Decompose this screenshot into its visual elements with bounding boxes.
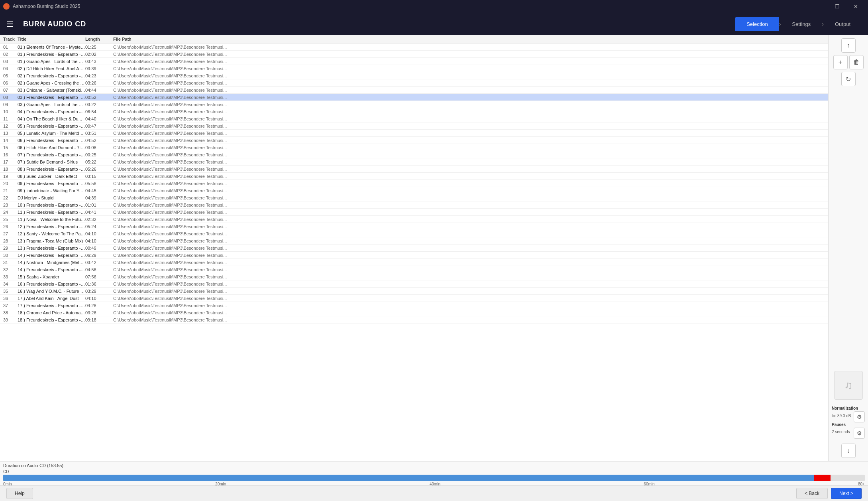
delete-button[interactable]: 🗑 [849, 55, 864, 69]
track-path: C:\Users\obo\Music\Testmusik\MP3\Besonde… [113, 267, 825, 272]
table-row[interactable]: 13 05.) Lunatic Asylum - The Meltdown 03… [0, 130, 828, 137]
track-num: 36 [3, 296, 18, 301]
table-row[interactable]: 21 09.) Indoctrinate - Waiting For You (… [0, 187, 828, 194]
progress-overflow [814, 475, 831, 481]
tab-settings[interactable]: Settings [781, 17, 822, 31]
track-num: 01 [3, 45, 18, 49]
table-row[interactable]: 03 01.) Guano Apes - Lords of the boards… [0, 58, 828, 65]
track-length: 06:29 [85, 253, 113, 258]
table-row[interactable]: 01 01.) Elements Of Trance - Mystery Tra… [0, 43, 828, 51]
table-row[interactable]: 14 06.) Freundeskreis - Esperanto - Tabu… [0, 137, 828, 144]
track-length: 01:01 [85, 203, 113, 207]
table-row[interactable]: 11 04.) On The Beach (Hiker & Du... 04:4… [0, 115, 828, 122]
table-row[interactable]: 37 17.) Freundeskreis - Esperanto - Nebe… [0, 302, 828, 309]
table-row[interactable]: 08 03.) Freundeskreis - Esperanto - FK S… [0, 94, 828, 101]
next-button[interactable]: Next > [831, 488, 862, 499]
table-row[interactable]: 33 15.) Sasha - Xpander 07:56 C:\Users\o… [0, 273, 828, 280]
track-num: 32 [3, 267, 18, 272]
table-row[interactable]: 16 07.) Freundeskreis - Esperanto - Hit … [0, 151, 828, 158]
track-path: C:\Users\obo\Music\Testmusik\MP3\Besonde… [113, 174, 825, 179]
move-down-button[interactable]: ↓ [841, 444, 856, 458]
track-num: 13 [3, 131, 18, 136]
track-length: 03:26 [85, 310, 113, 315]
track-title: 11.) Nova - Welcome to the Future (X... [18, 217, 85, 222]
track-length: 05:58 [85, 181, 113, 186]
track-length: 00:47 [85, 124, 113, 128]
track-title: 06.) Freundeskreis - Esperanto - Tabu... [18, 138, 85, 143]
table-row[interactable]: 10 04.) Freundeskreis - Esperanto - Ente… [0, 108, 828, 115]
track-title: 04.) Freundeskreis - Esperanto - Ente... [18, 109, 85, 114]
table-row[interactable]: 06 02.) Guane Apes - Crossing the divid.… [0, 79, 828, 87]
normalization-settings-button[interactable]: ⚙ [854, 411, 865, 422]
track-length: 04:44 [85, 88, 113, 93]
table-row[interactable]: 12 05.) Freundeskreis - Esperanto - 20 S… [0, 122, 828, 130]
table-row[interactable]: 24 11.) Freundeskreis - Esperanto - Mt D… [0, 209, 828, 216]
table-row[interactable]: 39 18.) Freundeskreis - Esperanto - Kora… [0, 316, 828, 323]
track-path: C:\Users\obo\Music\Testmusik\MP3\Besonde… [113, 66, 825, 71]
table-row[interactable]: 31 14.) Nostrum - Mindgames (Melow-D... … [0, 259, 828, 266]
track-length: 04:40 [85, 116, 113, 121]
track-path: C:\Users\obo\Music\Testmusik\MP3\Besonde… [113, 145, 825, 150]
track-title: 17.) Freundeskreis - Esperanto - Nebe... [18, 303, 85, 308]
pauses-settings-button[interactable]: ⚙ [854, 428, 865, 439]
table-row[interactable]: 04 02.) DJ Hitch Hiker Feat. Abel And Ka… [0, 65, 828, 72]
track-length: 03:15 [85, 174, 113, 179]
table-row[interactable]: 28 13.) Fragma - Toca Me (Club Mix) 04:1… [0, 237, 828, 245]
table-row[interactable]: 38 18.) Chrome And Price - Automatic (Hi… [0, 309, 828, 316]
add-button[interactable]: + [833, 55, 848, 69]
menu-icon[interactable]: ☰ [6, 19, 14, 29]
table-row[interactable]: 02 01.) Freundeskreis - Esperanto - Kore… [0, 51, 828, 58]
track-path: C:\Users\obo\Music\Testmusik\MP3\Besonde… [113, 73, 825, 78]
track-title: 01.) Freundeskreis - Esperanto - Kore ..… [18, 52, 85, 57]
track-title: 09.) Freundeskreis - Esperanto - Brief..… [18, 181, 85, 186]
minimize-button[interactable]: — [810, 0, 828, 13]
table-header: Track Title Length File Path [0, 35, 828, 43]
track-num: 31 [3, 260, 18, 265]
table-row[interactable]: 09 03.) Guano Apes - Lords of the board.… [0, 101, 828, 108]
table-row[interactable]: 26 12.) Freundeskreis - Esperanto - All … [0, 223, 828, 230]
tab-output[interactable]: Output [824, 17, 862, 31]
track-num: 28 [3, 239, 18, 243]
table-row[interactable]: 22 DJ Merlyn - Stupid 04:39 C:\Users\obo… [0, 194, 828, 201]
track-length: 04:23 [85, 73, 113, 78]
track-length: 03:51 [85, 131, 113, 136]
table-row[interactable]: 35 16.) Wag And Y.O.M.C. - Future (Cyb..… [0, 288, 828, 295]
track-path: C:\Users\obo\Music\Testmusik\MP3\Besonde… [113, 253, 825, 258]
table-row[interactable]: 29 13.) Freundeskreis - Esperanto - Fric… [0, 245, 828, 252]
track-num: 04 [3, 66, 18, 71]
track-num: 30 [3, 253, 18, 258]
table-row[interactable]: 19 08.) Sued-Zucker - Dark Effect 03:15 … [0, 173, 828, 180]
table-row[interactable]: 32 14.) Freundeskreis - Esperanto - Elms… [0, 266, 828, 273]
table-row[interactable]: 34 16.) Freundeskreis - Esperanto - Don'… [0, 280, 828, 288]
table-row[interactable]: 07 03.) Chicane - Saltwater (Tomski vs. … [0, 87, 828, 94]
table-row[interactable]: 17 07.) Subtle By Demand - Sirius 05:22 … [0, 158, 828, 166]
restore-button[interactable]: ❐ [828, 0, 846, 13]
table-row[interactable]: 23 10.) Freundeskreis - Esperanto - Repi… [0, 201, 828, 209]
track-num: 21 [3, 188, 18, 193]
table-body[interactable]: 01 01.) Elements Of Trance - Mystery Tra… [0, 43, 828, 461]
progress-label-60min: 60min [644, 482, 654, 486]
table-row[interactable]: 20 09.) Freundeskreis - Esperanto - Brie… [0, 180, 828, 187]
titlebar-controls[interactable]: — ❐ ✕ [810, 0, 865, 13]
track-title: 03.) Freundeskreis - Esperanto - FK Skit [18, 95, 85, 100]
close-button[interactable]: ✕ [846, 0, 865, 13]
help-button[interactable]: Help [6, 488, 33, 499]
table-row[interactable]: 36 17.) Abel And Kain - Angel Dust 04:10… [0, 295, 828, 302]
back-button[interactable]: < Back [796, 488, 828, 499]
table-row[interactable]: 15 06.) Hitch Hiker And Dumont - 7th P..… [0, 144, 828, 151]
track-title: 07.) Subtle By Demand - Sirius [18, 160, 85, 164]
track-title: 08.) Freundeskreis - Esperanto - Stem... [18, 167, 85, 172]
track-length: 07:56 [85, 274, 113, 279]
table-row[interactable]: 27 12.) Santy - Welcome To The Paradi...… [0, 230, 828, 237]
track-length: 04:41 [85, 210, 113, 215]
refresh-button[interactable]: ↻ [841, 72, 856, 86]
track-path: C:\Users\obo\Music\Testmusik\MP3\Besonde… [113, 138, 825, 143]
table-row[interactable]: 30 14.) Freundeskreis - Esperanto - Puls… [0, 252, 828, 259]
track-path: C:\Users\obo\Music\Testmusik\MP3\Besonde… [113, 45, 825, 49]
tab-selection[interactable]: Selection [735, 17, 779, 31]
footer: Help < Back Next > [0, 485, 868, 501]
table-row[interactable]: 05 02.) Freundeskreis - Esperanto - Expe… [0, 72, 828, 79]
table-row[interactable]: 25 11.) Nova - Welcome to the Future (X.… [0, 216, 828, 223]
move-up-button[interactable]: ↑ [841, 38, 856, 53]
table-row[interactable]: 18 08.) Freundeskreis - Esperanto - Stem… [0, 166, 828, 173]
